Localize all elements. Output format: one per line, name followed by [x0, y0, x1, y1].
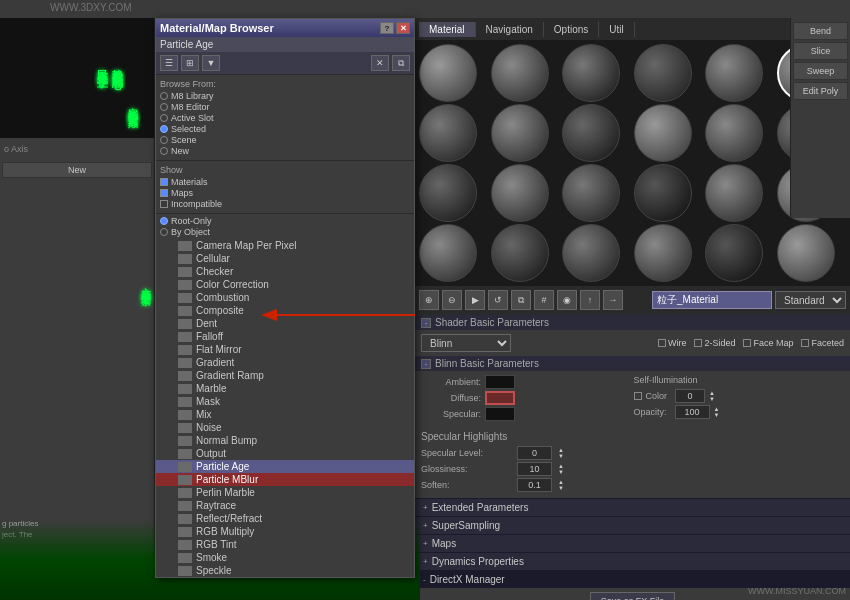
list-item-dent[interactable]: Dent — [156, 317, 414, 330]
sphere-8[interactable] — [491, 104, 549, 162]
tab-material[interactable]: Material — [419, 22, 476, 37]
tab-util[interactable]: Util — [599, 22, 634, 37]
browse-m8library[interactable]: M8 Library — [160, 91, 410, 101]
sphere-11[interactable] — [705, 104, 763, 162]
shader-type-select[interactable]: Blinn — [421, 334, 511, 352]
browse-selected[interactable]: Selected — [160, 124, 410, 134]
save-fx-button[interactable]: Save as FX File — [590, 592, 676, 600]
wire-cb[interactable]: Wire — [658, 338, 687, 348]
color-value[interactable] — [675, 389, 705, 403]
copy-btn[interactable]: ⧉ — [392, 55, 410, 71]
browse-activeslot[interactable]: Active Slot — [160, 113, 410, 123]
diffuse-swatch[interactable] — [485, 391, 515, 405]
list-item-perlin-marble[interactable]: Perlin Marble — [156, 486, 414, 499]
sphere-17[interactable] — [705, 164, 763, 222]
sphere-21[interactable] — [562, 224, 620, 282]
opacity-down[interactable]: ▼ — [714, 412, 724, 418]
sphere-3[interactable] — [562, 44, 620, 102]
sphere-9[interactable] — [562, 104, 620, 162]
list-item-composite[interactable]: Composite — [156, 304, 414, 317]
spec-soften-value[interactable] — [517, 478, 552, 492]
maps-section[interactable]: + Maps — [415, 534, 850, 552]
sphere-22[interactable] — [634, 224, 692, 282]
list-item-normal-bump[interactable]: Normal Bump — [156, 434, 414, 447]
sphere-13[interactable] — [419, 164, 477, 222]
go-to-parent-btn[interactable]: ↑ — [580, 290, 600, 310]
thumbnail-view-btn[interactable]: ⊞ — [181, 55, 199, 71]
browse-new[interactable]: New — [160, 146, 410, 156]
sphere-24[interactable] — [777, 224, 835, 282]
sphere-16[interactable] — [634, 164, 692, 222]
sort-rootonly[interactable]: Root-Only — [160, 216, 410, 226]
list-item-speckle[interactable]: Speckle — [156, 564, 414, 577]
list-item-rgb-tint[interactable]: RGB Tint — [156, 538, 414, 551]
face-map-cb[interactable]: Face Map — [743, 338, 793, 348]
list-item-mask[interactable]: Mask — [156, 395, 414, 408]
two-sided-cb[interactable]: 2-Sided — [694, 338, 735, 348]
sphere-19[interactable] — [419, 224, 477, 282]
supersampling-section[interactable]: + SuperSampling — [415, 516, 850, 534]
dialog-list-container[interactable]: Camera Map Per Pixel Cellular Checker Co… — [156, 239, 414, 577]
list-item-falloff[interactable]: Falloff — [156, 330, 414, 343]
faceted-cb[interactable]: Faceted — [801, 338, 844, 348]
show-incompatible[interactable]: Incompatible — [160, 199, 410, 209]
assign-btn[interactable]: ▶ — [465, 290, 485, 310]
options-btn[interactable]: ▼ — [202, 55, 220, 71]
spec-soften-down[interactable]: ▼ — [558, 485, 568, 491]
chk-color[interactable] — [634, 392, 642, 400]
list-item-camera-map[interactable]: Camera Map Per Pixel — [156, 239, 414, 252]
reset-btn[interactable]: ↺ — [488, 290, 508, 310]
list-item-particle-age[interactable]: Particle Age — [156, 460, 414, 473]
opacity-value[interactable] — [675, 405, 710, 419]
delete-btn[interactable]: ✕ — [371, 55, 389, 71]
sphere-2[interactable] — [491, 44, 549, 102]
go-forward-btn[interactable]: → — [603, 290, 623, 310]
sphere-14[interactable] — [491, 164, 549, 222]
list-item-reflect[interactable]: Reflect/Refract — [156, 512, 414, 525]
list-item-cellular[interactable]: Cellular — [156, 252, 414, 265]
sphere-1[interactable] — [419, 44, 477, 102]
sphere-15[interactable] — [562, 164, 620, 222]
list-item-output[interactable]: Output — [156, 447, 414, 460]
specular-swatch[interactable] — [485, 407, 515, 421]
bend-button[interactable]: Bend — [793, 22, 848, 40]
extended-params-section[interactable]: + Extended Parameters — [415, 498, 850, 516]
blinn-collapse-btn[interactable]: - — [421, 359, 431, 369]
list-item-particle-mblur[interactable]: Particle MBlur — [156, 473, 414, 486]
list-item-noise[interactable]: Noise — [156, 421, 414, 434]
edit-poly-button[interactable]: Edit Poly — [793, 82, 848, 100]
color-down[interactable]: ▼ — [709, 396, 719, 402]
list-item-mix[interactable]: Mix — [156, 408, 414, 421]
spec-gloss-down[interactable]: ▼ — [558, 469, 568, 475]
list-item-marble[interactable]: Marble — [156, 382, 414, 395]
put-material-btn[interactable]: ⊖ — [442, 290, 462, 310]
tab-options[interactable]: Options — [544, 22, 599, 37]
show-maps[interactable]: Maps — [160, 188, 410, 198]
material-name-input[interactable] — [652, 291, 772, 309]
sphere-20[interactable] — [491, 224, 549, 282]
spec-level-value[interactable] — [517, 446, 552, 460]
ambient-swatch[interactable] — [485, 375, 515, 389]
show-materials[interactable]: Materials — [160, 177, 410, 187]
sphere-7[interactable] — [419, 104, 477, 162]
spec-glossiness-value[interactable] — [517, 462, 552, 476]
sort-byobject[interactable]: By Object — [160, 227, 410, 237]
list-item-flat-mirror[interactable]: Flat Mirror — [156, 343, 414, 356]
list-item-checker[interactable]: Checker — [156, 265, 414, 278]
list-item-color-correction[interactable]: Color Correction — [156, 278, 414, 291]
slice-button[interactable]: Slice — [793, 42, 848, 60]
list-item-smoke[interactable]: Smoke — [156, 551, 414, 564]
copy-material-btn[interactable]: ⧉ — [511, 290, 531, 310]
directx-section[interactable]: - DirectX Manager — [415, 570, 850, 588]
spec-level-down[interactable]: ▼ — [558, 453, 568, 459]
sweep-button[interactable]: Sweep — [793, 62, 848, 80]
list-item-rgb-multiply[interactable]: RGB Multiply — [156, 525, 414, 538]
material-id-btn[interactable]: # — [534, 290, 554, 310]
list-view-btn[interactable]: ☰ — [160, 55, 178, 71]
dialog-close-button[interactable]: ✕ — [396, 22, 410, 34]
show-end-result-btn[interactable]: ◉ — [557, 290, 577, 310]
list-item-raytrace[interactable]: Raytrace — [156, 499, 414, 512]
list-item-combustion[interactable]: Combustion — [156, 291, 414, 304]
shader-collapse-btn[interactable]: - — [421, 318, 431, 328]
sphere-23[interactable] — [705, 224, 763, 282]
